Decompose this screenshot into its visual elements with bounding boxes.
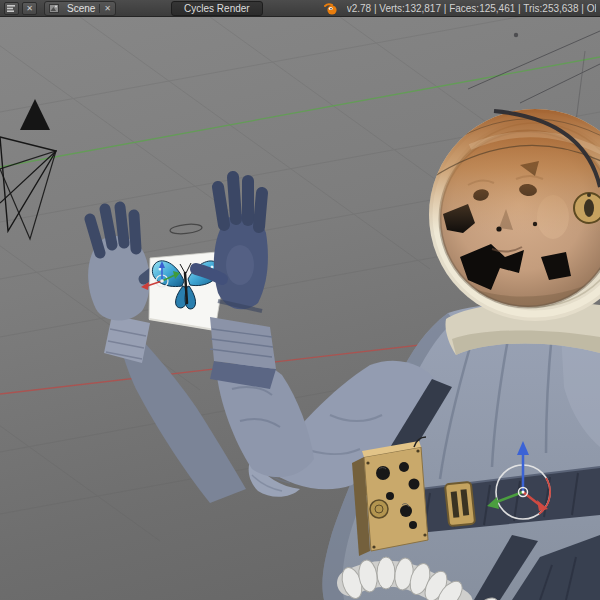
belt-buckle[interactable]: [445, 482, 475, 526]
unlink-screen-button[interactable]: ✕: [22, 2, 37, 15]
info-editor-header: ✕ Scene ✕ Cycles Render v2.78 | Verts:13…: [0, 0, 600, 17]
scene-selector: Scene ✕: [44, 1, 116, 16]
astronaut-helmet[interactable]: [424, 103, 600, 321]
scene-name[interactable]: Scene: [63, 2, 99, 15]
info-editor-icon: [6, 4, 17, 13]
blender-logo-icon: [324, 2, 338, 15]
scene-stats: v2.78 | Verts:132,817 | Faces:125,461 | …: [347, 3, 596, 14]
viewport-canvas[interactable]: [0, 17, 600, 600]
panel-emblem: [370, 500, 388, 518]
3d-viewport[interactable]: [0, 17, 600, 600]
render-engine-dropdown[interactable]: Cycles Render: [171, 1, 263, 16]
close-icon: ✕: [26, 3, 33, 14]
chest-control-panel[interactable]: [352, 437, 428, 556]
wire-circle-object[interactable]: [170, 223, 203, 235]
browse-scene-button[interactable]: [45, 2, 63, 15]
camera-object[interactable]: [0, 99, 56, 239]
editor-type-button[interactable]: [4, 2, 19, 15]
lattice-vertex: [514, 33, 518, 37]
helmet-reflection: [424, 103, 600, 233]
blender-logo: [324, 2, 338, 15]
render-engine-label: Cycles Render: [184, 3, 250, 14]
close-icon: ✕: [104, 4, 111, 13]
headset-earmuff: [574, 193, 600, 223]
unlink-scene-button[interactable]: ✕: [99, 4, 115, 13]
scene-browse-icon: [49, 4, 59, 13]
